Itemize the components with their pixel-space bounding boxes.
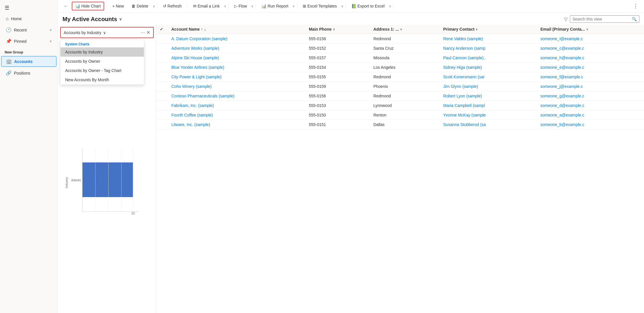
row-check-4[interactable] [156,72,168,82]
address1-chevron[interactable]: ∨ [400,28,402,31]
email-link-button[interactable]: ✉ Email a Link [190,2,223,10]
row-email-1[interactable]: someone_c@example.c [537,44,644,53]
row-primary-contact-7[interactable]: Maria Campbell (sampl [440,101,537,110]
view-title-chevron[interactable]: ∨ [119,17,122,21]
export-excel-chevron[interactable]: ∨ [389,5,391,8]
row-account-name-5[interactable]: Coho Winery (sample) [168,82,305,91]
row-check-1[interactable] [156,44,168,53]
primary-contact-chevron[interactable]: ∨ [476,28,478,31]
sidebar-item-pinned[interactable]: 📌 Pinned ∨ [1,36,56,46]
run-report-button[interactable]: 📊 Run Report [258,2,291,10]
sidebar-item-home[interactable]: ⌂ Home [1,14,56,24]
chart-close-icon[interactable]: ✕ [146,30,150,35]
sidebar-pinned-label: Pinned [14,39,27,44]
row-check-9[interactable] [156,120,168,129]
sidebar-item-positions[interactable]: 🔗 Positions [1,68,56,78]
run-report-chevron[interactable]: ∨ [293,5,295,8]
email-link-chevron[interactable]: ∨ [224,5,226,8]
row-check-6[interactable] [156,91,168,101]
row-main-phone-3: 555-0154 [305,63,370,72]
row-primary-contact-2[interactable]: Paul Cannon (sample).. [440,53,537,63]
sidebar-recent-label: Recent [14,28,27,32]
row-main-phone-5: 555-0159 [305,82,370,91]
y-axis-label: Industry [65,177,68,188]
view-header: My Active Accounts ∨ ▽ 🔍 [58,12,644,25]
email-chevron[interactable]: ∨ [586,28,588,31]
export-excel-button[interactable]: 📗 Export to Excel [348,2,388,10]
search-input[interactable] [573,17,630,21]
row-primary-contact-9[interactable]: Susanna Stubberod (sa [440,120,537,129]
flow-button[interactable]: ▷ Flow [231,2,250,10]
dropdown-item-accounts-by-owner[interactable]: Accounts by Owner [60,57,144,66]
row-account-name-6[interactable]: Contoso Pharmaceuticals (sample) [168,91,305,101]
hamburger-menu[interactable]: ☰ [0,2,58,13]
toolbar: ← 📊 Hide Chart + New 🗑 Delete ∨ ↺ Refres… [58,0,644,12]
row-email-9[interactable]: someone_b@example.c [537,120,644,129]
row-primary-contact-3[interactable]: Sidney Higa (sample) [440,63,537,72]
email-icon: ✉ [193,4,197,8]
refresh-button[interactable]: ↺ Refresh [160,2,185,10]
excel-templates-chevron[interactable]: ∨ [341,5,343,8]
table-scroll[interactable]: ✓ Account Name ↑ ↓ [156,25,644,313]
chart-selector-button[interactable]: Accounts by Industry ∨ [64,30,139,35]
check-all[interactable]: ✓ [160,27,163,32]
row-primary-contact-0[interactable]: Rene Valdes (sample) [440,34,537,44]
row-primary-contact-4[interactable]: Scott Konersmann (sar [440,72,537,82]
sidebar-item-recent[interactable]: 🕐 Recent ∨ [1,25,56,35]
row-account-name-2[interactable]: Alpine Ski House (sample) [168,53,305,63]
delete-button[interactable]: 🗑 Delete [128,2,151,10]
accounts-icon: 🏢 [6,59,12,64]
row-check-7[interactable] [156,101,168,110]
row-email-2[interactable]: someone_h@example.c [537,53,644,63]
new-icon: + [112,4,115,8]
row-check-8[interactable] [156,110,168,120]
row-check-0[interactable] [156,34,168,44]
sort-asc-icon[interactable]: ↑ [201,27,203,32]
row-account-name-0[interactable]: A. Datum Corporation (sample) [168,34,305,44]
row-email-5[interactable]: someone_j@example.c [537,82,644,91]
row-account-name-7[interactable]: Fabrikam, Inc. (sample) [168,101,305,110]
row-email-4[interactable]: someone_f@example.c [537,72,644,82]
more-menu-button[interactable]: ⋮ [631,2,641,10]
row-email-6[interactable]: someone_g@example.c [537,91,644,101]
flow-chevron[interactable]: ∨ [251,5,253,8]
row-primary-contact-8[interactable]: Yvonne McKay (sample [440,110,537,120]
row-account-name-3[interactable]: Blue Yonder Airlines (sample) [168,63,305,72]
chart-more-icon[interactable]: ⋯ [141,30,145,35]
row-primary-contact-1[interactable]: Nancy Anderson (samp [440,44,537,53]
row-email-7[interactable]: someone_d@example.c [537,101,644,110]
row-primary-contact-5[interactable]: Jim Glynn (sample) [440,82,537,91]
row-account-name-4[interactable]: City Power & Light (sample) [168,72,305,82]
row-address1-4: Redmond [370,72,440,82]
new-label: New [116,4,124,8]
dropdown-item-accounts-by-owner-tag[interactable]: Accounts by Owner - Tag Chart [60,66,144,75]
excel-templates-icon: ⊞ [303,4,306,8]
row-email-3[interactable]: someone_e@example.c [537,63,644,72]
col-address1-label: Address 1: ... [373,27,399,32]
sidebar-item-accounts[interactable]: 🏢 Accounts [1,56,56,67]
sidebar: ☰ ⌂ Home 🕐 Recent ∨ 📌 Pinned ∨ New Group… [0,0,58,313]
row-account-name-1[interactable]: Adventure Works (sample) [168,44,305,53]
excel-templates-button[interactable]: ⊞ Excel Templates [300,2,340,10]
dropdown-item-accounts-by-industry[interactable]: Accounts by Industry [60,47,144,57]
sort-desc-icon[interactable]: ↓ [204,27,206,32]
dropdown-item-new-accounts-by-month[interactable]: New Accounts By Month [60,75,144,84]
row-check-5[interactable] [156,82,168,91]
hide-chart-button[interactable]: 📊 Hide Chart [72,2,104,10]
row-email-0[interactable]: someone_i@example.c [537,34,644,44]
row-check-3[interactable] [156,63,168,72]
excel-templates-label: Excel Templates [307,4,337,8]
row-check-2[interactable] [156,53,168,63]
new-button[interactable]: + New [109,2,127,10]
main-phone-chevron[interactable]: ∨ [333,28,335,31]
row-account-name-9[interactable]: Litware, Inc. (sample) [168,120,305,129]
toolbar-divider-3 [187,3,188,10]
filter-icon[interactable]: ▽ [564,16,568,22]
row-email-8[interactable]: someone_a@example.c [537,110,644,120]
row-account-name-8[interactable]: Fourth Coffee (sample) [168,110,305,120]
bar-label-blank: (blank) [71,178,81,182]
delete-chevron[interactable]: ∨ [153,5,155,8]
back-button[interactable]: ← [61,2,71,10]
row-primary-contact-6[interactable]: Robert Lyon (sample) [440,91,537,101]
recent-icon: 🕐 [6,27,12,33]
